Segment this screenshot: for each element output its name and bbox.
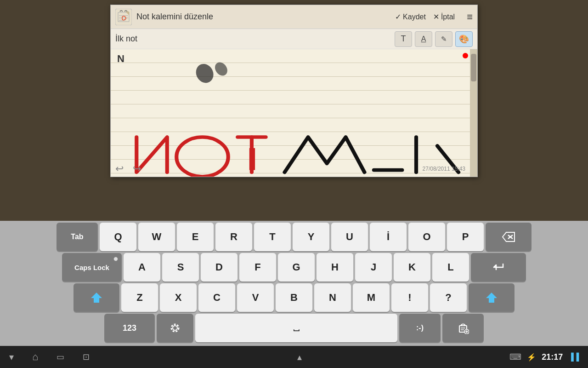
canvas-area[interactable]: N [111, 49, 477, 177]
toolbar: İlk not T A ✎ 🎨 [111, 29, 477, 49]
x-icon: ✕ [433, 12, 439, 21]
key-question[interactable]: ? [430, 283, 467, 312]
enter-key[interactable] [471, 253, 526, 282]
cancel-button[interactable]: ✕ İptal [433, 12, 455, 21]
key-u[interactable]: U [331, 223, 368, 251]
handwriting-content [111, 49, 477, 177]
eraser-icon: ✎ [441, 35, 447, 43]
numbers-key[interactable]: 123 [104, 314, 155, 342]
title-actions: ✓ Kaydet ✕ İptal ≡ [395, 11, 473, 23]
clipboard-icon [457, 322, 469, 334]
clipboard-key[interactable] [442, 314, 484, 342]
menu-button[interactable]: ≡ [467, 11, 473, 23]
shift-right-icon [485, 292, 498, 304]
key-j[interactable]: J [355, 253, 392, 282]
text-tool-button[interactable]: T [395, 31, 412, 47]
shift-right-key[interactable] [469, 283, 514, 312]
key-y[interactable]: Y [293, 223, 329, 251]
key-p[interactable]: P [447, 223, 484, 251]
keyboard-row-3: Z X C V B N M ! ? [1, 283, 587, 312]
capslock-label: Caps Lock [74, 264, 109, 271]
keyboard-row-1: Tab Q W E R T Y U İ O P [1, 223, 587, 251]
tab-key[interactable]: Tab [57, 223, 98, 251]
svg-marker-14 [91, 293, 102, 303]
shift-left-icon [90, 292, 103, 304]
svg-point-16 [173, 326, 177, 330]
key-r[interactable]: R [215, 223, 252, 251]
timestamp: 27/08/2011 15:43 [423, 166, 465, 172]
enter-icon [492, 262, 505, 272]
underline-tool-button[interactable]: A [415, 31, 432, 47]
scrollbar-track [470, 49, 477, 177]
eraser-tool-button[interactable]: ✎ [435, 31, 452, 47]
undo-button[interactable]: ↩ [115, 163, 124, 175]
smiley-key[interactable]: :-) [399, 314, 441, 342]
key-o[interactable]: O [408, 223, 445, 251]
nav-down-icon[interactable]: ▾ [9, 351, 14, 362]
key-h[interactable]: H [317, 253, 353, 282]
key-k[interactable]: K [394, 253, 430, 282]
nav-right: ⌨ ⚡ 21:17 ▐▐ [509, 352, 579, 362]
save-button[interactable]: ✓ Kaydet [395, 12, 426, 21]
nav-signal-icon: ▐▐ [568, 353, 579, 361]
key-w[interactable]: W [138, 223, 175, 251]
backspace-key[interactable] [486, 223, 531, 251]
key-exclaim[interactable]: ! [391, 283, 428, 312]
checkmark-icon: ✓ [395, 12, 401, 21]
capslock-key[interactable]: Caps Lock [62, 253, 122, 282]
keyboard: Tab Q W E R T Y U İ O P Caps Lock A S D … [0, 221, 588, 346]
nav-left: ▾ ⌂ ▭ ⊡ [9, 351, 90, 363]
keyboard-row-4: 123 ⎵ :-) [1, 314, 587, 342]
gear-icon [169, 322, 181, 334]
backspace-icon [502, 232, 515, 242]
nav-screenshot-icon[interactable]: ⊡ [83, 352, 90, 362]
palette-tool-button[interactable]: 🎨 [455, 31, 473, 47]
canvas-footer: ↩ ↪ 27/08/2011 15:43 [111, 163, 470, 175]
key-d[interactable]: D [201, 253, 237, 282]
nav-keyboard-icon[interactable]: ⌨ [509, 352, 521, 362]
key-z[interactable]: Z [121, 283, 158, 312]
svg-rect-0 [115, 9, 132, 25]
key-g[interactable]: G [278, 253, 315, 282]
key-b[interactable]: B [276, 283, 312, 312]
nav-up-icon[interactable]: ▴ [297, 351, 302, 362]
key-a[interactable]: A [124, 253, 160, 282]
app-title: Not kalemini düzenle [136, 12, 395, 22]
key-m[interactable]: M [353, 283, 390, 312]
nav-usb-icon: ⚡ [527, 353, 536, 362]
key-q[interactable]: Q [100, 223, 136, 251]
settings-key[interactable] [157, 314, 193, 342]
note-name: İlk not [115, 34, 392, 44]
nav-home-icon[interactable]: ⌂ [32, 351, 38, 363]
palette-icon: 🎨 [459, 34, 469, 44]
capslock-indicator [113, 257, 118, 261]
nav-bar: ▾ ⌂ ▭ ⊡ ▴ ⌨ ⚡ 21:17 ▐▐ [0, 346, 588, 368]
key-n[interactable]: N [314, 283, 351, 312]
key-l[interactable]: L [432, 253, 469, 282]
svg-point-3 [213, 60, 230, 78]
key-t[interactable]: T [254, 223, 291, 251]
scrollbar-thumb[interactable] [471, 54, 476, 81]
app-icon [115, 9, 132, 25]
redo-button[interactable]: ↪ [133, 163, 141, 175]
key-v[interactable]: V [237, 283, 274, 312]
keyboard-row-2: Caps Lock A S D F G H J K L [1, 253, 587, 282]
nav-center: ▴ [90, 351, 509, 362]
key-i-dot[interactable]: İ [370, 223, 407, 251]
key-f[interactable]: F [239, 253, 276, 282]
underline-icon: A [421, 35, 426, 43]
svg-marker-15 [486, 293, 497, 303]
key-e[interactable]: E [177, 223, 214, 251]
shift-left-key[interactable] [74, 283, 119, 312]
status-time: 21:17 [542, 352, 563, 362]
key-s[interactable]: S [162, 253, 199, 282]
title-bar: Not kalemini düzenle ✓ Kaydet ✕ İptal ≡ [111, 5, 477, 29]
key-c[interactable]: C [198, 283, 235, 312]
nav-recents-icon[interactable]: ▭ [57, 352, 64, 362]
undo-redo-controls: ↩ ↪ [115, 163, 141, 175]
text-icon: T [401, 34, 406, 44]
svg-marker-11 [503, 232, 514, 242]
key-x[interactable]: X [160, 283, 197, 312]
svg-point-2 [193, 62, 216, 85]
space-key[interactable]: ⎵ [195, 314, 397, 342]
